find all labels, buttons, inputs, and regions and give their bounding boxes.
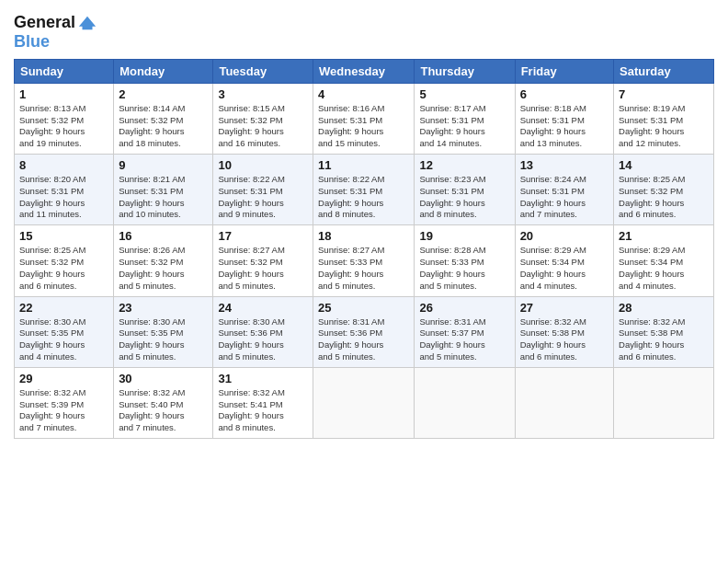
- day-info: Sunrise: 8:15 AM Sunset: 5:32 PM Dayligh…: [218, 103, 308, 150]
- day-number: 16: [119, 229, 208, 243]
- day-info: Sunrise: 8:23 AM Sunset: 5:31 PM Dayligh…: [419, 174, 509, 221]
- day-info: Sunrise: 8:17 AM Sunset: 5:31 PM Dayligh…: [419, 103, 509, 150]
- calendar-cell: 30Sunrise: 8:32 AM Sunset: 5:40 PM Dayli…: [114, 367, 213, 438]
- day-info: Sunrise: 8:29 AM Sunset: 5:34 PM Dayligh…: [619, 245, 709, 292]
- day-info: Sunrise: 8:27 AM Sunset: 5:32 PM Dayligh…: [218, 245, 308, 292]
- weekday-header-tuesday: Tuesday: [213, 59, 313, 83]
- day-number: 13: [520, 158, 609, 172]
- day-info: Sunrise: 8:22 AM Sunset: 5:31 PM Dayligh…: [318, 174, 409, 221]
- calendar-cell: 7Sunrise: 8:19 AM Sunset: 5:31 PM Daylig…: [614, 83, 714, 154]
- day-number: 6: [520, 87, 609, 101]
- day-number: 8: [19, 158, 108, 172]
- day-number: 17: [218, 229, 308, 243]
- calendar-cell: 9Sunrise: 8:21 AM Sunset: 5:31 PM Daylig…: [114, 155, 213, 225]
- page-container: General Blue SundayMondayTuesdayWednesda…: [0, 0, 728, 448]
- calendar-cell: 26Sunrise: 8:31 AM Sunset: 5:37 PM Dayli…: [415, 296, 515, 367]
- calendar-cell: 10Sunrise: 8:22 AM Sunset: 5:31 PM Dayli…: [213, 155, 313, 225]
- calendar-cell: 31Sunrise: 8:32 AM Sunset: 5:41 PM Dayli…: [213, 367, 313, 438]
- calendar-cell: 27Sunrise: 8:32 AM Sunset: 5:38 PM Dayli…: [515, 296, 613, 367]
- calendar-cell: 6Sunrise: 8:18 AM Sunset: 5:31 PM Daylig…: [515, 83, 613, 154]
- day-info: Sunrise: 8:32 AM Sunset: 5:38 PM Dayligh…: [619, 316, 709, 363]
- calendar-cell: 23Sunrise: 8:30 AM Sunset: 5:35 PM Dayli…: [114, 296, 213, 367]
- day-info: Sunrise: 8:19 AM Sunset: 5:31 PM Dayligh…: [619, 103, 709, 150]
- day-info: Sunrise: 8:16 AM Sunset: 5:31 PM Dayligh…: [318, 103, 409, 150]
- weekday-header-wednesday: Wednesday: [313, 59, 415, 83]
- day-number: 5: [419, 87, 509, 101]
- calendar-cell: 19Sunrise: 8:28 AM Sunset: 5:33 PM Dayli…: [415, 225, 515, 296]
- day-number: 19: [419, 229, 509, 243]
- day-info: Sunrise: 8:32 AM Sunset: 5:39 PM Dayligh…: [19, 387, 108, 434]
- week-row-2: 8Sunrise: 8:20 AM Sunset: 5:31 PM Daylig…: [15, 155, 714, 225]
- calendar-cell: [313, 367, 415, 438]
- day-info: Sunrise: 8:21 AM Sunset: 5:31 PM Dayligh…: [119, 174, 208, 221]
- calendar-cell: 22Sunrise: 8:30 AM Sunset: 5:35 PM Dayli…: [15, 296, 114, 367]
- day-info: Sunrise: 8:20 AM Sunset: 5:31 PM Dayligh…: [19, 174, 108, 221]
- day-number: 22: [19, 301, 108, 315]
- calendar-cell: 18Sunrise: 8:27 AM Sunset: 5:33 PM Dayli…: [313, 225, 415, 296]
- day-number: 4: [318, 87, 409, 101]
- day-number: 21: [619, 229, 709, 243]
- day-info: Sunrise: 8:29 AM Sunset: 5:34 PM Dayligh…: [520, 245, 609, 292]
- weekday-header-monday: Monday: [114, 59, 213, 83]
- calendar-cell: [415, 367, 515, 438]
- week-row-4: 22Sunrise: 8:30 AM Sunset: 5:35 PM Dayli…: [15, 296, 714, 367]
- day-info: Sunrise: 8:25 AM Sunset: 5:32 PM Dayligh…: [19, 245, 108, 292]
- calendar-cell: 16Sunrise: 8:26 AM Sunset: 5:32 PM Dayli…: [114, 225, 213, 296]
- calendar-cell: 12Sunrise: 8:23 AM Sunset: 5:31 PM Dayli…: [415, 155, 515, 225]
- calendar-cell: 17Sunrise: 8:27 AM Sunset: 5:32 PM Dayli…: [213, 225, 313, 296]
- day-number: 3: [218, 87, 308, 101]
- calendar-cell: 24Sunrise: 8:30 AM Sunset: 5:36 PM Dayli…: [213, 296, 313, 367]
- day-info: Sunrise: 8:18 AM Sunset: 5:31 PM Dayligh…: [520, 103, 609, 150]
- day-number: 23: [119, 301, 208, 315]
- calendar-cell: 3Sunrise: 8:15 AM Sunset: 5:32 PM Daylig…: [213, 83, 313, 154]
- weekday-header-friday: Friday: [515, 59, 613, 83]
- calendar-cell: 1Sunrise: 8:13 AM Sunset: 5:32 PM Daylig…: [15, 83, 114, 154]
- week-row-5: 29Sunrise: 8:32 AM Sunset: 5:39 PM Dayli…: [15, 367, 714, 438]
- calendar-cell: 13Sunrise: 8:24 AM Sunset: 5:31 PM Dayli…: [515, 155, 613, 225]
- day-info: Sunrise: 8:31 AM Sunset: 5:36 PM Dayligh…: [318, 316, 409, 363]
- day-number: 11: [318, 158, 409, 172]
- logo-text-line2: Blue: [14, 32, 50, 51]
- calendar-cell: 15Sunrise: 8:25 AM Sunset: 5:32 PM Dayli…: [15, 225, 114, 296]
- day-info: Sunrise: 8:14 AM Sunset: 5:32 PM Dayligh…: [119, 103, 208, 150]
- header: General Blue: [14, 9, 714, 52]
- day-number: 18: [318, 229, 409, 243]
- day-info: Sunrise: 8:30 AM Sunset: 5:36 PM Dayligh…: [218, 316, 308, 363]
- day-number: 31: [218, 372, 308, 385]
- weekday-header-row: SundayMondayTuesdayWednesdayThursdayFrid…: [15, 59, 714, 83]
- day-number: 30: [119, 372, 208, 385]
- day-info: Sunrise: 8:25 AM Sunset: 5:32 PM Dayligh…: [619, 174, 709, 221]
- logo-text-line1: General: [14, 14, 75, 32]
- day-number: 26: [419, 301, 509, 315]
- day-number: 10: [218, 158, 308, 172]
- day-info: Sunrise: 8:22 AM Sunset: 5:31 PM Dayligh…: [218, 174, 308, 221]
- day-number: 29: [19, 372, 108, 385]
- logo: General Blue: [14, 13, 97, 52]
- calendar-cell: 29Sunrise: 8:32 AM Sunset: 5:39 PM Dayli…: [15, 367, 114, 438]
- day-number: 1: [19, 87, 108, 101]
- day-info: Sunrise: 8:24 AM Sunset: 5:31 PM Dayligh…: [520, 174, 609, 221]
- week-row-1: 1Sunrise: 8:13 AM Sunset: 5:32 PM Daylig…: [15, 83, 714, 154]
- day-number: 2: [119, 87, 208, 101]
- day-number: 20: [520, 229, 609, 243]
- day-number: 15: [19, 229, 108, 243]
- calendar-cell: 8Sunrise: 8:20 AM Sunset: 5:31 PM Daylig…: [15, 155, 114, 225]
- week-row-3: 15Sunrise: 8:25 AM Sunset: 5:32 PM Dayli…: [15, 225, 714, 296]
- day-info: Sunrise: 8:32 AM Sunset: 5:41 PM Dayligh…: [218, 387, 308, 434]
- calendar-cell: 2Sunrise: 8:14 AM Sunset: 5:32 PM Daylig…: [114, 83, 213, 154]
- calendar-cell: 28Sunrise: 8:32 AM Sunset: 5:38 PM Dayli…: [614, 296, 714, 367]
- calendar-cell: 14Sunrise: 8:25 AM Sunset: 5:32 PM Dayli…: [614, 155, 714, 225]
- weekday-header-sunday: Sunday: [15, 59, 114, 83]
- weekday-header-saturday: Saturday: [614, 59, 714, 83]
- day-info: Sunrise: 8:31 AM Sunset: 5:37 PM Dayligh…: [419, 316, 509, 363]
- day-number: 7: [619, 87, 709, 101]
- day-info: Sunrise: 8:27 AM Sunset: 5:33 PM Dayligh…: [318, 245, 409, 292]
- calendar-cell: 11Sunrise: 8:22 AM Sunset: 5:31 PM Dayli…: [313, 155, 415, 225]
- calendar-cell: 21Sunrise: 8:29 AM Sunset: 5:34 PM Dayli…: [614, 225, 714, 296]
- day-number: 12: [419, 158, 509, 172]
- day-number: 9: [119, 158, 208, 172]
- day-info: Sunrise: 8:26 AM Sunset: 5:32 PM Dayligh…: [119, 245, 208, 292]
- calendar-cell: 5Sunrise: 8:17 AM Sunset: 5:31 PM Daylig…: [415, 83, 515, 154]
- day-number: 28: [619, 301, 709, 315]
- calendar-cell: [515, 367, 613, 438]
